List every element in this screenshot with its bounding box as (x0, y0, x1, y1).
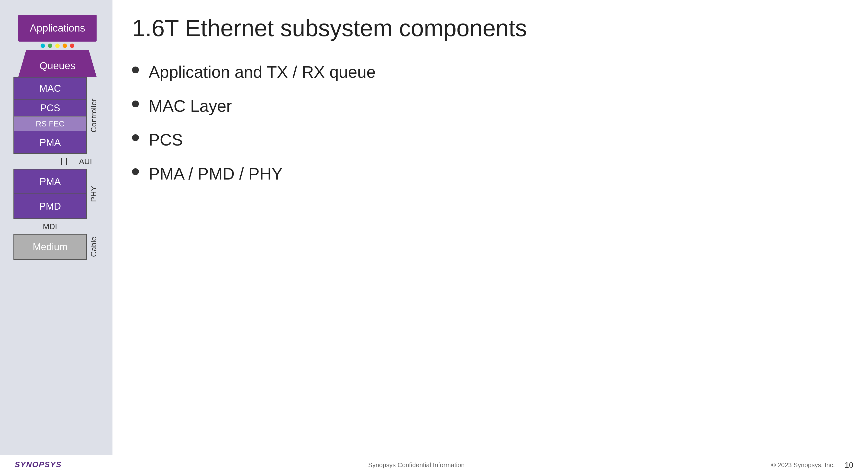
mdi-row: MDI (13, 219, 101, 234)
footer-logo: SYNOPSYS (15, 460, 62, 470)
bullet-text-3: PCS (149, 129, 183, 150)
medium-block: Medium (14, 235, 86, 259)
pcs-block: PCS (14, 99, 86, 117)
phy-label-wrapper: PHY (87, 169, 99, 219)
applications-box: Applications (18, 15, 97, 41)
bullet-item-2: MAC Layer (132, 95, 848, 117)
bullet-dot-2 (132, 100, 139, 108)
medium-blocks: Medium (13, 234, 87, 260)
rsfec-block: RS FEC (14, 117, 86, 131)
aui-row: AUI (13, 154, 101, 169)
bullet-list: Application and TX / RX queue MAC Layer … (132, 61, 848, 184)
bullet-dot-3 (132, 134, 139, 141)
slide-title: 1.6T Ethernet subsystem components (132, 15, 848, 41)
phy-group: PMA PMD PHY (13, 169, 101, 219)
applications-label: Applications (30, 22, 85, 34)
footer-confidential: Synopsys Confidential Information (368, 461, 465, 469)
diagram-panel: Applications Queues MAC (0, 0, 113, 455)
footer-page-number: 10 (844, 461, 853, 470)
footer-copyright: © 2023 Synopsys, Inc. (771, 461, 835, 469)
dots-row (18, 41, 97, 50)
phy-blocks: PMA PMD (13, 169, 87, 219)
mac-block: MAC (14, 78, 86, 99)
bullet-item-4: PMA / PMD / PHY (132, 163, 848, 184)
bullet-dot-4 (132, 168, 139, 175)
bullet-text-2: MAC Layer (149, 95, 232, 117)
mdi-label: MDI (43, 222, 57, 231)
dot-yellow (55, 43, 60, 48)
pmd-block: PMD (14, 194, 86, 218)
queues-box: Queues (18, 50, 97, 77)
controller-group: MAC PCS RS FEC PMA Controller (13, 77, 101, 154)
bullet-item-1: Application and TX / RX queue (132, 61, 848, 83)
dot-green (48, 43, 52, 48)
footer-right: © 2023 Synopsys, Inc. 10 (771, 461, 853, 470)
dot-cyan (40, 43, 45, 48)
queues-label: Queues (39, 60, 75, 72)
controller-label-wrapper: Controller (87, 77, 99, 154)
dot-orange (63, 43, 67, 48)
pma-ctrl-block: PMA (14, 131, 86, 153)
medium-group: Medium Cable (13, 234, 101, 260)
diagram-wrapper: Applications Queues MAC (10, 15, 105, 260)
controller-label: Controller (89, 98, 98, 132)
controller-blocks: MAC PCS RS FEC PMA (13, 77, 87, 154)
footer: SYNOPSYS Synopsys Confidential Informati… (0, 455, 868, 475)
bullet-dot-1 (132, 66, 139, 73)
cable-label: Cable (89, 237, 98, 257)
pma-phy-block: PMA (14, 170, 86, 194)
dot-red (70, 43, 74, 48)
cable-label-wrapper: Cable (87, 234, 99, 260)
content-panel: 1.6T Ethernet subsystem components Appli… (113, 0, 868, 455)
bullet-item-3: PCS (132, 129, 848, 150)
bullet-text-4: PMA / PMD / PHY (149, 163, 283, 184)
bullet-text-1: Application and TX / RX queue (149, 61, 376, 83)
phy-label: PHY (89, 186, 98, 202)
aui-label: AUI (79, 157, 92, 166)
